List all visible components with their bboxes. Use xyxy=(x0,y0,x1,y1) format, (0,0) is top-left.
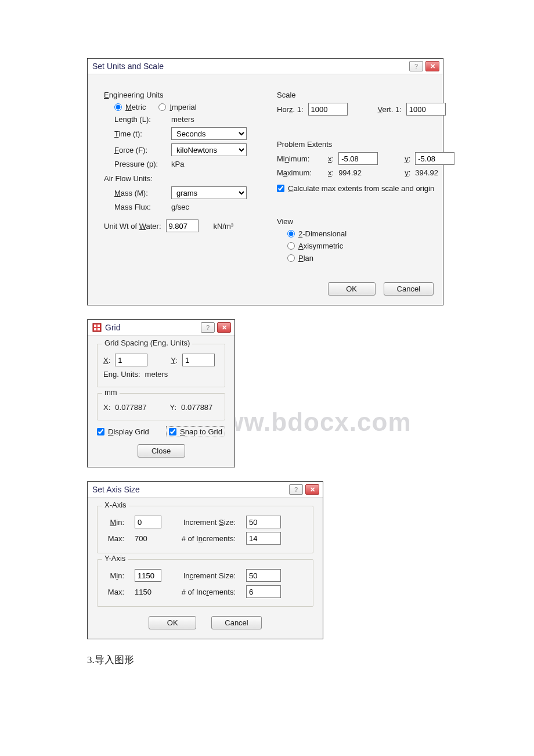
length-label: Length (L): xyxy=(114,115,167,124)
grid-mm-group: mm X: 0.077887 Y: 0.077887 xyxy=(97,393,225,420)
time-label: Time (t): xyxy=(114,129,167,138)
minimum-label: Minimum: xyxy=(277,154,323,163)
cancel-button[interactable]: Cancel xyxy=(384,282,434,296)
y-inc-label: Increment Size: xyxy=(172,571,236,580)
extents-label: Problem Extents xyxy=(277,140,454,149)
calc-extents-check[interactable]: Calculate max extents from scale and ori… xyxy=(277,184,434,193)
close-dialog-button[interactable]: Close xyxy=(138,444,185,458)
eng-units-value: meters xyxy=(145,370,168,379)
force-label: Force (F): xyxy=(114,146,167,154)
mm-x-label: X: xyxy=(103,403,110,412)
x-inc-label: Increment Size: xyxy=(172,518,236,527)
force-select[interactable]: kiloNewtons xyxy=(171,143,247,156)
set-axis-size-dialog: Set Axis Size ? ✕ X-Axis Min: Increment … xyxy=(87,481,323,639)
grid-spacing-label: Grid Spacing (Eng. Units) xyxy=(102,339,192,347)
y-min-input[interactable] xyxy=(135,569,161,582)
metric-radio-input[interactable] xyxy=(114,103,122,111)
help-button[interactable]: ? xyxy=(289,484,303,495)
close-button[interactable]: ✕ xyxy=(305,484,319,495)
view-plan-input[interactable] xyxy=(287,254,295,262)
help-button[interactable]: ? xyxy=(409,61,423,71)
view-group: View 2-Dimensional Axisymmetric Plan xyxy=(270,209,461,272)
y-num-input[interactable] xyxy=(246,585,281,598)
problem-extents-group: Problem Extents Minimum: x: y: Maximum: … xyxy=(270,132,461,202)
imperial-radio-input[interactable] xyxy=(158,103,166,111)
y-axis-group: Y-Axis Min: Increment Size: Max: 1150 # … xyxy=(97,559,313,607)
time-select[interactable]: Seconds xyxy=(171,127,247,140)
set-units-and-scale-dialog: Set Units and Scale ? ✕ Engineering Unit… xyxy=(87,58,443,305)
vert-input[interactable] xyxy=(406,103,446,116)
x-min-label: Min: xyxy=(103,518,124,527)
display-grid-check[interactable]: Display Grid xyxy=(97,427,149,436)
help-button[interactable]: ? xyxy=(201,322,215,333)
min-x-input[interactable] xyxy=(338,152,378,165)
scale-label: Scale xyxy=(277,91,454,99)
mass-select[interactable]: grams xyxy=(171,186,247,199)
maximum-label: Maximum: xyxy=(277,168,323,177)
horz-label: Horz. 1: xyxy=(277,105,304,114)
ok-button[interactable]: OK xyxy=(328,282,376,296)
pressure-label: Pressure (p): xyxy=(114,160,167,168)
view-plan-radio[interactable]: Plan xyxy=(287,254,313,262)
x-label-2: x: xyxy=(328,168,334,177)
view-2d-radio[interactable]: 2-Dimensional xyxy=(287,229,347,238)
svg-rect-2 xyxy=(98,325,100,327)
min-y-input[interactable] xyxy=(415,152,454,165)
y-num-label: # of Increments: xyxy=(172,588,236,596)
engineering-units-label: Engineering Units xyxy=(104,91,164,99)
calc-extents-checkbox-input[interactable] xyxy=(277,185,284,192)
mm-y-value: 0.077887 xyxy=(181,403,212,412)
grid-x-input[interactable] xyxy=(115,354,147,366)
snap-to-grid-check[interactable]: Snap to Grid xyxy=(166,426,225,437)
view-axis-radio[interactable]: Axisymmetric xyxy=(287,242,343,250)
imperial-radio[interactable]: Imperial xyxy=(158,103,196,111)
y-axis-label: Y-Axis xyxy=(102,554,128,563)
grid-app-icon xyxy=(92,323,102,332)
metric-radio[interactable]: MMetricetric xyxy=(114,103,146,111)
y-max-label: Max: xyxy=(103,588,124,596)
grid-x-label: X: xyxy=(103,356,110,365)
y-label-1: y: xyxy=(405,154,410,163)
titlebar: Set Units and Scale ? ✕ xyxy=(88,59,443,74)
x-num-input[interactable] xyxy=(246,532,281,545)
ok-button[interactable]: OK xyxy=(149,616,196,629)
y-label-2: y: xyxy=(405,168,410,177)
vert-label: Vert. 1: xyxy=(378,105,402,114)
x-inc-input[interactable] xyxy=(246,516,281,528)
grid-dialog: Grid ? ✕ Grid Spacing (Eng. Units) X: Y:… xyxy=(87,319,235,467)
view-2d-input[interactable] xyxy=(287,230,295,237)
view-axis-input[interactable] xyxy=(287,242,295,250)
svg-rect-3 xyxy=(94,328,96,330)
eng-units-label: Eng. Units: xyxy=(103,370,140,379)
scale-group: Scale Horz. 1: Vert. 1: xyxy=(270,82,461,125)
grid-y-input[interactable] xyxy=(182,354,215,366)
dialog-title: Set Axis Size xyxy=(92,485,140,494)
length-value: meters xyxy=(171,115,194,124)
titlebar: Set Axis Size ? ✕ xyxy=(88,482,323,498)
y-max-value: 1150 xyxy=(135,588,161,596)
titlebar: Grid ? ✕ xyxy=(88,320,234,336)
max-x-value: 994.92 xyxy=(338,168,378,177)
x-min-input[interactable] xyxy=(135,516,161,528)
x-max-value: 700 xyxy=(135,534,161,543)
y-min-label: Min: xyxy=(103,571,124,580)
unitwt-input[interactable] xyxy=(166,219,199,232)
massflux-value: g/sec xyxy=(171,203,189,211)
mm-x-value: 0.077887 xyxy=(115,403,146,412)
grid-spacing-group: Grid Spacing (Eng. Units) X: Y: Eng. Uni… xyxy=(97,344,225,387)
x-num-label: # of Increments: xyxy=(172,534,236,543)
x-axis-group: X-Axis Min: Increment Size: Max: 700 # o… xyxy=(97,506,313,553)
horz-input[interactable] xyxy=(308,103,348,116)
snap-to-grid-input[interactable] xyxy=(169,428,176,435)
grid-y-label: Y: xyxy=(171,356,178,365)
close-button[interactable]: ✕ xyxy=(217,322,231,333)
cancel-button[interactable]: Cancel xyxy=(211,616,261,629)
dialog-title: Set Units and Scale xyxy=(92,62,164,71)
airflow-label: Air Flow Units: xyxy=(104,174,153,183)
y-inc-input[interactable] xyxy=(246,569,281,582)
display-grid-input[interactable] xyxy=(97,428,104,435)
engineering-units-group: Engineering Units MMetricetric Imperial xyxy=(97,82,254,242)
pressure-value: kPa xyxy=(171,160,184,168)
massflux-label: Mass Flux: xyxy=(114,203,167,211)
close-button[interactable]: ✕ xyxy=(425,61,439,71)
